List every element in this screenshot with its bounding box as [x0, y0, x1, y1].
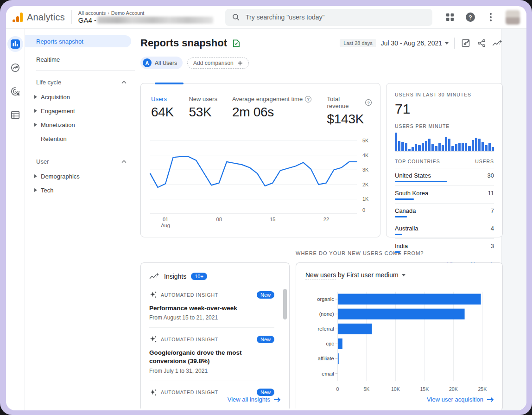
new-users-title-rest: by First user medium [336, 271, 399, 279]
rail-reports-icon[interactable] [7, 36, 23, 52]
svg-text:referral: referral [318, 326, 334, 332]
bar-none[interactable] [338, 309, 465, 319]
chevron-down-icon [402, 274, 405, 276]
sidebar-item-realtime[interactable]: Realtime [25, 53, 135, 66]
expand-arrow-icon[interactable] [34, 109, 37, 113]
minute-bar [412, 147, 414, 151]
insights-sparkle-icon[interactable] [492, 38, 503, 49]
metric-label: Total revenue [327, 96, 363, 109]
logo-dot [13, 19, 15, 22]
minute-bar [475, 138, 477, 151]
country-bar [395, 234, 402, 235]
country-users: 11 [488, 190, 494, 197]
svg-text:3K: 3K [362, 167, 369, 172]
sidebar-item-demographics[interactable]: Demographics [25, 170, 135, 183]
property-name-prefix[interactable]: GA4 - [78, 16, 96, 24]
help-icon[interactable]: ? [365, 99, 372, 106]
metric-label: Users [151, 96, 167, 102]
customize-report-icon[interactable] [460, 38, 471, 49]
insight-item[interactable]: AUTOMATED INSIGHTNewPerformance week-ove… [149, 291, 274, 328]
sidebar-section-user[interactable]: User [25, 155, 135, 168]
sidebar-divider [36, 150, 135, 150]
collapse-chevron-icon[interactable] [121, 160, 127, 163]
svg-text:15K: 15K [420, 386, 429, 392]
scroll-gutter[interactable] [501, 29, 526, 410]
minute-bar [465, 143, 467, 151]
country-row: India3 [395, 239, 494, 256]
report-status-icon[interactable] [232, 39, 241, 48]
insight-title[interactable]: Google/organic drove the most conversion… [149, 349, 274, 365]
more-vertical-icon[interactable] [485, 12, 496, 23]
insight-item[interactable]: AUTOMATED INSIGHTNewGoogle/organic drove… [149, 335, 274, 381]
breadcrumb-all-accounts[interactable]: All accounts [78, 10, 106, 16]
expand-arrow-icon[interactable] [34, 95, 37, 99]
automated-insight-kicker: AUTOMATED INSIGHT [161, 337, 218, 342]
sidebar-item-retention[interactable]: Retention [25, 132, 135, 145]
country-name: Australia [395, 225, 418, 232]
svg-text:email: email [322, 371, 334, 377]
expand-arrow-icon[interactable] [34, 123, 37, 127]
metric-new-users[interactable]: New users53K [189, 96, 232, 127]
analytics-logo-icon[interactable] [13, 12, 23, 22]
svg-text:Aug: Aug [161, 223, 170, 228]
minute-bar [428, 139, 431, 151]
bar-referral[interactable] [338, 324, 372, 334]
sidebar-item-reports-snapshot[interactable]: Reports snapshot [25, 35, 131, 47]
insight-title[interactable]: Performance week-over-week [149, 304, 274, 313]
page-title: Reports snapshot [140, 37, 227, 49]
add-comparison-label: Add comparison [193, 60, 234, 66]
sidebar-item-label: Demographics [41, 173, 80, 180]
sidebar-item-tech[interactable]: Tech [25, 184, 135, 197]
search-input[interactable]: Try searching "users today" [225, 9, 432, 26]
new-users-bar-chart[interactable]: 05K10K15K20K25Korganic(none)referralcpca… [305, 287, 493, 396]
country-row: South Korea11 [395, 186, 494, 204]
expand-arrow-icon[interactable] [34, 188, 37, 192]
search-icon [232, 13, 240, 21]
scrollbar-thumb[interactable] [283, 289, 287, 319]
help-icon[interactable]: ? [465, 12, 476, 23]
users-per-minute-bar-chart[interactable] [395, 133, 494, 152]
realtime-title: USERS IN LAST 30 MINUTES [395, 92, 494, 97]
topbar-divider [71, 10, 72, 24]
users-over-time-line-chart[interactable]: 01K2K3K4K5K01Aug081522 [146, 134, 377, 232]
avatar[interactable] [506, 10, 520, 25]
sidebar-section-life-cycle[interactable]: Life cycle [25, 76, 135, 89]
share-icon[interactable] [476, 38, 487, 49]
date-range-picker[interactable]: Jul 30 - Aug 26, 2021 [381, 39, 449, 47]
dimension-dropdown[interactable]: New users by First user medium [305, 271, 493, 279]
sparkle-icon [149, 291, 157, 299]
account-breadcrumb[interactable]: All accounts › Demo Account GA4 - [78, 10, 213, 24]
metric-average-engagement-time[interactable]: Average engagement time?2m 06s [232, 96, 327, 127]
all-users-chip[interactable]: A All Users [140, 57, 183, 69]
svg-text:5K: 5K [363, 386, 369, 392]
svg-text:20K: 20K [449, 386, 458, 392]
breadcrumb-account[interactable]: Demo Account [111, 10, 145, 16]
add-comparison-chip[interactable]: Add comparison [187, 57, 249, 69]
view-all-insights-link[interactable]: View all insights [228, 396, 281, 403]
comparison-badge: A [143, 58, 152, 67]
sidebar-item-acquisition[interactable]: Acquisition [25, 90, 135, 103]
expand-arrow-icon[interactable] [34, 174, 37, 178]
help-icon[interactable]: ? [305, 96, 311, 102]
rail-explore-icon[interactable] [7, 60, 23, 76]
insights-count-badge[interactable]: 10+ [191, 273, 207, 280]
sidebar-item-monetization[interactable]: Monetization [25, 118, 135, 131]
bar-affiliate[interactable] [338, 353, 339, 364]
bar-organic[interactable] [338, 294, 481, 305]
svg-text:5K: 5K [362, 138, 369, 143]
country-name: India [395, 243, 408, 249]
bar-cpc[interactable] [338, 338, 342, 349]
rail-advertising-icon[interactable] [7, 83, 23, 99]
metric-label: Average engagement time [232, 96, 303, 102]
collapse-chevron-icon[interactable] [121, 81, 127, 84]
minute-bar [455, 144, 457, 151]
minute-bar [472, 140, 474, 151]
metric-total-revenue[interactable]: Total revenue?$143K [327, 96, 372, 127]
insights-icon [149, 272, 159, 281]
rail-library-icon[interactable] [7, 107, 23, 123]
metric-users[interactable]: Users64K [151, 96, 189, 127]
sidebar-item-engagement[interactable]: Engagement [25, 104, 135, 117]
view-user-acquisition-label: View user acquisition [427, 396, 483, 403]
apps-grid-icon[interactable] [444, 12, 456, 23]
view-user-acquisition-link[interactable]: View user acquisition [427, 396, 494, 403]
